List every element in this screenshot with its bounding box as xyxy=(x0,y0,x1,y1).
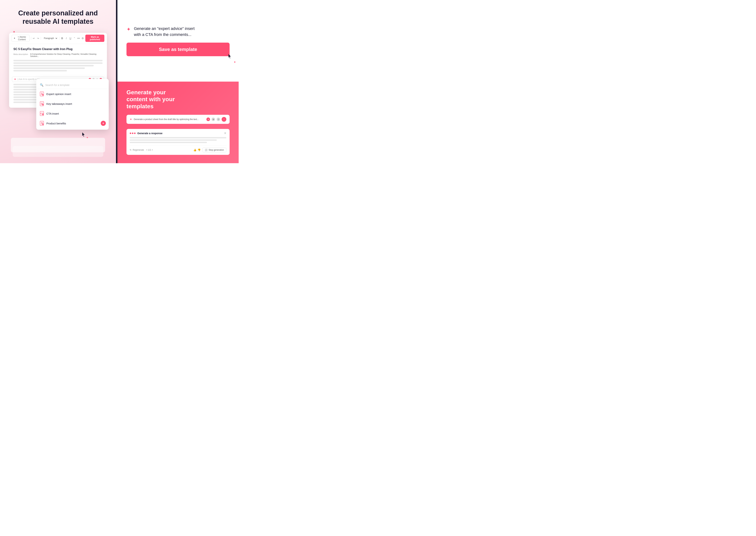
search-input[interactable]: Search for a template xyxy=(45,84,105,86)
response-footer: ↻ Regenerate < 1/1 > 👍 👎 ⬜ Stop generati… xyxy=(130,146,226,152)
bottom-plus-icon: ✦ xyxy=(130,118,132,121)
response-title-row: Generate a response xyxy=(130,132,163,135)
stop-label: Stop generation xyxy=(208,149,224,151)
product-add-button[interactable]: + xyxy=(101,121,106,126)
template-dropdown: 🔍 Search for a template + Expert opinion… xyxy=(36,79,109,130)
document-title: SC 5 EasyFix Steam Cleaner with Iron Plu… xyxy=(14,48,103,51)
text-line xyxy=(14,70,67,71)
sparkle-icon: ✦ xyxy=(126,26,131,32)
page-title: Create personalized and reusable AI temp… xyxy=(7,9,109,25)
cursor-save xyxy=(228,54,232,59)
template-item-label: Expert opinion insert xyxy=(47,92,71,96)
response-dots xyxy=(130,133,136,134)
meta-value: A Comprehensive Solution for Deep Cleani… xyxy=(30,53,103,57)
cursor xyxy=(81,132,85,138)
template-item-label: CTA insert xyxy=(47,112,59,115)
footer-right: 👍 👎 ⬜ Stop generation xyxy=(193,148,226,152)
text-line xyxy=(14,65,94,66)
bar-expand-btn[interactable]: ⊞ xyxy=(211,117,215,121)
generate-bar-card: ✦ Generate a product sheet from the draf… xyxy=(126,115,230,124)
text-line xyxy=(14,67,85,69)
template-item-label: Key takeaways insert xyxy=(47,102,72,105)
svg-text:+: + xyxy=(43,114,43,115)
response-line xyxy=(130,137,226,138)
generate-line2: with a CTA from the comments... xyxy=(134,32,195,38)
template-item-product[interactable]: + Product benefits + xyxy=(36,118,109,128)
search-icon: 🔍 xyxy=(40,83,44,87)
plus-icon: ✦ xyxy=(14,37,16,40)
regen-icon: ↻ xyxy=(130,149,132,151)
top-right-section: ✦ Generate an "expert advice" insert wit… xyxy=(117,0,239,82)
italic-icon[interactable]: I xyxy=(65,36,68,40)
quote-icon[interactable]: " xyxy=(73,36,76,40)
response-line xyxy=(130,142,207,143)
response-lines xyxy=(130,137,226,143)
ai-plus-icon: ✦ xyxy=(14,78,16,81)
more-icon[interactable]: ••• xyxy=(77,36,80,40)
text-line xyxy=(14,62,103,64)
bottom-title: Generate your content with your template… xyxy=(126,89,230,110)
bar-send-btn[interactable]: ↑ xyxy=(222,117,226,122)
mark-as-published-button[interactable]: Mark as published xyxy=(85,35,104,42)
cursor-area: Save as template ✦ xyxy=(126,43,230,56)
bottom-ai-bar: ✦ Generate a product sheet from the draf… xyxy=(130,117,226,122)
stop-icon: ⬜ xyxy=(205,149,207,151)
meta-label: Meta description xyxy=(14,53,28,55)
bar-close-btn[interactable]: ✕ xyxy=(206,117,210,121)
response-close-button[interactable]: ✕ xyxy=(224,131,226,135)
search-row: 🔍 Search for a template xyxy=(36,82,109,89)
template-file-icon: + xyxy=(40,91,44,96)
bold-icon[interactable]: B xyxy=(61,36,64,40)
text-line xyxy=(14,60,103,61)
left-panel: Create personalized and reusable AI temp… xyxy=(0,0,116,163)
template-file-icon: + xyxy=(40,111,44,116)
meta-row: Meta description A Comprehensive Solutio… xyxy=(14,53,103,57)
response-card: Generate a response ✕ ↻ Regenerate < 1/1… xyxy=(126,129,230,155)
undo-icon[interactable]: ↩ xyxy=(33,36,35,40)
sparkle-save: ✦ xyxy=(234,60,236,64)
template-item-takeaways[interactable]: + Key takeaways insert xyxy=(36,99,109,109)
template-file-icon: + xyxy=(40,101,44,106)
panel-divider xyxy=(116,0,117,163)
svg-text:+: + xyxy=(43,94,43,96)
atomic-content-button[interactable]: ✦ + Atomic Content xyxy=(12,35,30,42)
bar-grid-btn[interactable]: ⊡ xyxy=(217,117,220,121)
response-title: Generate a response xyxy=(137,132,163,135)
editor-toolbar: ✦ + Atomic Content ↩ ↪ Paragraph B I U "… xyxy=(9,33,107,44)
thumbs-up-button[interactable]: 👍 xyxy=(193,149,197,151)
underline-icon[interactable]: U xyxy=(69,36,72,40)
paragraph-select[interactable]: Paragraph xyxy=(43,36,58,40)
redo-icon[interactable]: ↪ xyxy=(37,36,40,40)
template-item-label: Product benefits xyxy=(47,122,66,125)
stop-generation-button[interactable]: ⬜ Stop generation xyxy=(203,148,226,152)
dot-3 xyxy=(134,133,136,134)
editor-content: SC 5 EasyFix Steam Cleaner with Iron Plu… xyxy=(9,44,107,75)
response-line xyxy=(130,139,217,141)
generate-text: Generate an "expert advice" insert with … xyxy=(134,25,195,38)
dot-2 xyxy=(132,133,133,134)
text-lines-1 xyxy=(14,60,103,71)
generate-header: ✦ Generate an "expert advice" insert wit… xyxy=(126,25,230,38)
dot-1 xyxy=(130,133,131,134)
svg-text:+: + xyxy=(43,104,43,105)
footer-left: ↻ Regenerate < 1/1 > xyxy=(130,149,153,151)
thumbs-buttons: 👍 👎 xyxy=(193,149,201,151)
nav-buttons[interactable]: < 1/1 > xyxy=(146,149,153,151)
regen-label: Regenerate xyxy=(133,149,144,151)
response-header: Generate a response ✕ xyxy=(130,131,226,135)
bg-card-1 xyxy=(11,138,105,152)
template-item-expert[interactable]: + Expert opinion insert xyxy=(36,89,109,99)
settings-icon[interactable]: ⚙ xyxy=(81,36,84,40)
template-item-cta[interactable]: + CTA insert xyxy=(36,109,109,118)
right-panel: ✦ Generate an "expert advice" insert wit… xyxy=(117,0,239,163)
save-as-template-button[interactable]: Save as template xyxy=(126,43,230,56)
bottom-right-section: Generate your content with your template… xyxy=(117,82,239,163)
svg-text:+: + xyxy=(43,124,43,125)
template-file-icon: + xyxy=(40,121,44,126)
thumbs-down-button[interactable]: 👎 xyxy=(198,149,201,151)
bottom-bar-text: Generate a product sheet from the draft … xyxy=(134,118,205,120)
regenerate-button[interactable]: ↻ Regenerate xyxy=(130,149,144,151)
generate-line1: Generate an "expert advice" insert xyxy=(134,25,195,32)
bottom-bar-actions: ✕ ⊞ ⊡ ↑ xyxy=(206,117,226,122)
